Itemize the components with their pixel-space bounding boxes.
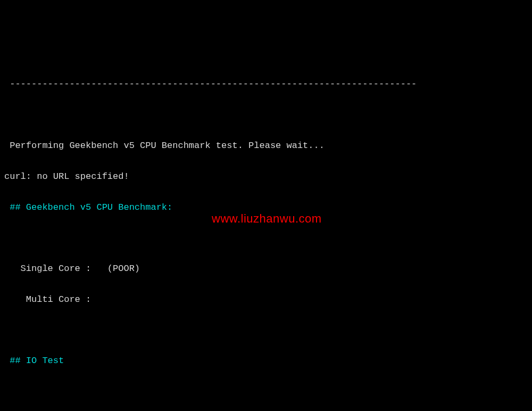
separator-line: ----------------------------------------… (4, 77, 528, 92)
blank-line (4, 323, 528, 339)
terminal-output: ----------------------------------------… (0, 62, 532, 411)
watermark-text: www.liuzhanwu.com (212, 209, 322, 228)
blank-line (4, 384, 528, 400)
single-core-label: Single Core : (4, 264, 96, 274)
single-core-value: (POOR) (96, 264, 140, 274)
single-core-row: Single Core : (POOR) (4, 261, 528, 277)
blank-line (4, 231, 528, 246)
curl-error-line: curl: no URL specified! (4, 169, 528, 185)
blank-line (4, 108, 528, 123)
multi-core-label: Multi Core : (4, 294, 96, 305)
performing-line: Performing Geekbench v5 CPU Benchmark te… (4, 138, 528, 154)
multi-core-row: Multi Core : (4, 292, 528, 308)
io-test-header: ## IO Test (4, 354, 528, 369)
